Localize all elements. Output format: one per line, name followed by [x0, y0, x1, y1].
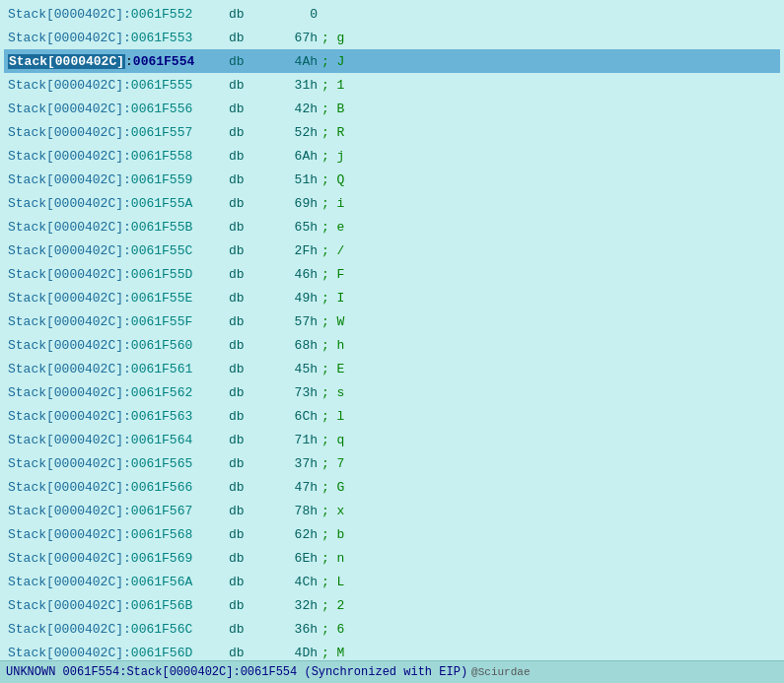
code-row[interactable]: Stack[0000402C]:0061F567db78h; x — [4, 499, 780, 522]
code-row[interactable]: Stack[0000402C]:0061F55Adb69h; i — [4, 191, 780, 215]
code-row[interactable]: Stack[0000402C]:0061F563db6Ch; l — [4, 404, 780, 428]
code-row[interactable]: Stack[0000402C]:0061F556db42h; B — [4, 97, 780, 120]
code-row[interactable]: Stack[0000402C]:0061F55Cdb2Fh; / — [4, 239, 780, 262]
code-row[interactable]: Stack[0000402C]:0061F56Ddb4Dh; M — [4, 641, 780, 660]
status-brand: @Sciurdae — [471, 666, 530, 678]
code-row[interactable]: Stack[0000402C]:0061F564db71h; q — [4, 428, 780, 451]
code-row[interactable]: Stack[0000402C]:0061F56Adb4Ch; L — [4, 570, 780, 593]
status-message: Stack[0000402C]:0061F554 (Synchronized w… — [126, 665, 467, 679]
code-row[interactable]: Stack[0000402C]:0061F562db73h; s — [4, 380, 780, 404]
code-row[interactable]: Stack[0000402C]:0061F55Fdb57h; W — [4, 309, 780, 333]
code-row[interactable]: Stack[0000402C]:0061F554db4Ah; J — [4, 49, 780, 73]
code-view: Stack[0000402C]:0061F552db0Stack[0000402… — [0, 0, 784, 660]
code-row[interactable]: Stack[0000402C]:0061F552db0 — [4, 2, 780, 26]
code-row[interactable]: Stack[0000402C]:0061F568db62h; b — [4, 522, 780, 546]
code-row[interactable]: Stack[0000402C]:0061F560db68h; h — [4, 333, 780, 357]
code-row[interactable]: Stack[0000402C]:0061F555db31h; 1 — [4, 73, 780, 97]
code-row[interactable]: Stack[0000402C]:0061F565db37h; 7 — [4, 451, 780, 475]
code-row[interactable]: Stack[0000402C]:0061F55Ddb46h; F — [4, 262, 780, 286]
code-row[interactable]: Stack[0000402C]:0061F559db51h; Q — [4, 168, 780, 191]
code-row[interactable]: Stack[0000402C]:0061F569db6Eh; n — [4, 546, 780, 570]
code-row[interactable]: Stack[0000402C]:0061F55Bdb65h; e — [4, 215, 780, 239]
code-row[interactable]: Stack[0000402C]:0061F56Bdb32h; 2 — [4, 593, 780, 617]
code-row[interactable]: Stack[0000402C]:0061F557db52h; R — [4, 120, 780, 144]
status-bar: UNKNOWN 0061F554: Stack[0000402C]:0061F5… — [0, 660, 784, 683]
code-row[interactable]: Stack[0000402C]:0061F561db45h; E — [4, 357, 780, 380]
status-prefix: UNKNOWN 0061F554: — [6, 665, 126, 679]
code-row[interactable]: Stack[0000402C]:0061F566db47h; G — [4, 475, 780, 499]
code-row[interactable]: Stack[0000402C]:0061F55Edb49h; I — [4, 286, 780, 309]
code-row[interactable]: Stack[0000402C]:0061F558db6Ah; j — [4, 144, 780, 168]
code-row[interactable]: Stack[0000402C]:0061F56Cdb36h; 6 — [4, 617, 780, 641]
code-row[interactable]: Stack[0000402C]:0061F553db67h; g — [4, 26, 780, 49]
